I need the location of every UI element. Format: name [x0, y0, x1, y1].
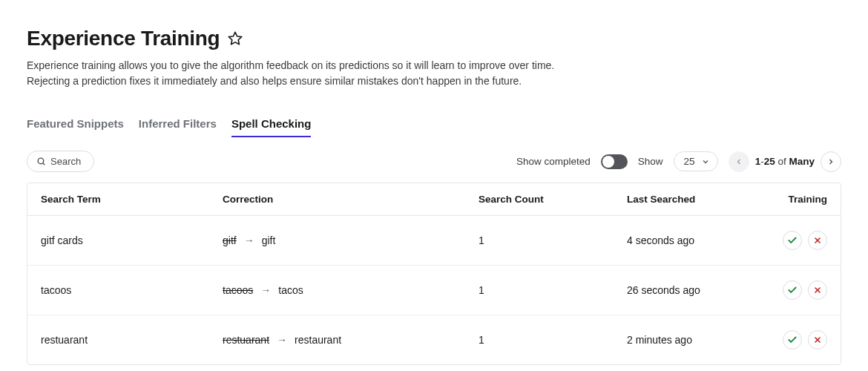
cell-search-term: restuarant [41, 334, 223, 346]
approve-button[interactable] [783, 280, 802, 300]
pager-prev-button[interactable] [729, 151, 749, 172]
search-input[interactable] [50, 156, 85, 167]
cell-last-searched: 26 seconds ago [627, 284, 772, 296]
cell-correction: restuarant → restaurant [223, 334, 479, 346]
toolbar: Show completed Show 25 1-25 of Many [27, 151, 841, 172]
svg-point-0 [38, 158, 44, 164]
correction-right: restaurant [295, 334, 341, 346]
tabs: Featured Snippets Inferred Filters Spell… [27, 117, 841, 137]
col-correction: Correction [223, 194, 479, 205]
correction-right: tacos [278, 284, 303, 296]
page-description-line-1: Experience training allows you to give t… [27, 58, 841, 73]
cell-last-searched: 2 minutes ago [627, 334, 772, 346]
tab-spell-checking[interactable]: Spell Checking [231, 117, 312, 137]
results-table: Search Term Correction Search Count Last… [27, 183, 841, 365]
pager-of-text: of [777, 156, 786, 167]
cross-icon [813, 286, 822, 295]
check-icon [787, 285, 798, 295]
title-row: Experience Training [27, 27, 841, 50]
show-completed-toggle[interactable] [601, 154, 628, 169]
pager-to: 25 [764, 156, 775, 167]
check-icon [787, 335, 798, 345]
reject-button[interactable] [808, 280, 827, 300]
cell-search-count: 1 [479, 234, 627, 246]
pager-total: Many [789, 156, 815, 167]
approve-button[interactable] [783, 330, 802, 349]
page-title: Experience Training [27, 27, 220, 50]
approve-button[interactable] [783, 231, 802, 250]
col-search-count: Search Count [479, 194, 627, 205]
reject-button[interactable] [808, 231, 827, 250]
toggle-knob [602, 156, 614, 168]
cell-search-count: 1 [479, 334, 627, 346]
page-header: Experience Training Experience training … [27, 27, 841, 89]
cell-search-term: tacoos [41, 284, 223, 296]
pager-next-button[interactable] [821, 151, 841, 172]
chevron-down-icon [701, 157, 710, 166]
col-last-searched: Last Searched [627, 194, 772, 205]
reject-button[interactable] [808, 330, 827, 349]
correction-wrong: tacoos [223, 284, 253, 296]
correction-wrong: restuarant [223, 334, 269, 346]
tab-featured-snippets[interactable]: Featured Snippets [27, 117, 124, 137]
search-icon [36, 157, 46, 166]
table-row: gitf cards gitf → gift 1 4 seconds ago [27, 216, 841, 266]
col-training: Training [772, 194, 827, 205]
show-label: Show [638, 156, 663, 167]
cross-icon [813, 335, 822, 344]
pager-range: 1-25 of Many [755, 156, 815, 167]
cell-training [772, 231, 827, 250]
page-size-select[interactable]: 25 [674, 151, 718, 171]
svg-line-1 [43, 163, 45, 165]
table-header: Search Term Correction Search Count Last… [27, 183, 841, 216]
page-size-value: 25 [684, 156, 695, 167]
tab-inferred-filters[interactable]: Inferred Filters [139, 117, 217, 137]
chevron-left-icon [734, 157, 743, 166]
cell-search-count: 1 [479, 284, 627, 296]
favorite-button[interactable] [227, 30, 243, 47]
search-field[interactable] [27, 151, 94, 172]
table-row: restuarant restuarant → restaurant 1 2 m… [27, 315, 841, 364]
correction-wrong: gitf [223, 234, 237, 246]
chevron-right-icon [826, 157, 835, 166]
col-search-term: Search Term [41, 194, 223, 205]
arrow-right-icon: → [277, 334, 287, 346]
pager: 1-25 of Many [729, 151, 841, 172]
arrow-right-icon: → [260, 284, 271, 296]
cell-last-searched: 4 seconds ago [627, 234, 772, 246]
cell-correction: gitf → gift [223, 234, 479, 246]
cross-icon [813, 236, 822, 245]
star-icon [227, 30, 243, 47]
pager-from: 1 [755, 156, 761, 167]
cell-search-term: gitf cards [41, 234, 223, 246]
show-completed-label: Show completed [516, 156, 591, 167]
page-description-line-2: Rejecting a prediction fixes it immediat… [27, 73, 841, 89]
arrow-right-icon: → [244, 234, 254, 246]
cell-training [772, 330, 827, 349]
table-row: tacoos tacoos → tacos 1 26 seconds ago [27, 266, 841, 315]
check-icon [787, 235, 798, 246]
correction-right: gift [262, 234, 276, 246]
toolbar-right: Show completed Show 25 1-25 of Many [516, 151, 841, 172]
cell-correction: tacoos → tacos [223, 284, 479, 296]
cell-training [772, 280, 827, 300]
